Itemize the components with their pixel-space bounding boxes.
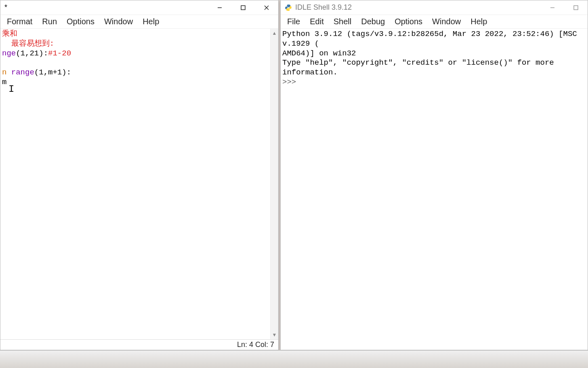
maximize-button[interactable]: [564, 0, 588, 15]
taskbar[interactable]: [0, 350, 588, 368]
editor-window: * Format Run Options Window Help 乘和 最容易想…: [0, 0, 279, 350]
shell-banner-line2: AMD64)] on win32: [282, 49, 356, 58]
svg-rect-1: [241, 6, 245, 10]
minimize-button[interactable]: [541, 0, 564, 15]
shell-banner-line3: Type "help", "copyright", "credits" or "…: [282, 58, 559, 77]
python-icon: [285, 4, 292, 11]
code-line-1: 乘和: [2, 30, 17, 38]
code-line-3a: nge: [2, 49, 16, 58]
minimize-icon: [550, 5, 555, 11]
editor-body: 乘和 最容易想到: nge(1,21):#1-20 n range(1,m+1)…: [0, 29, 278, 339]
code-line-3c: #1-20: [48, 49, 71, 58]
menu-options[interactable]: Options: [390, 15, 427, 28]
cursor-position: Ln: 4 Col: 7: [237, 341, 274, 349]
code-line-4c: (1,m+1):: [34, 68, 71, 77]
editor-scrollbar[interactable]: ▲ ▼: [270, 29, 278, 339]
shell-titlebar[interactable]: IDLE Shell 3.9.12: [281, 0, 588, 15]
menu-help[interactable]: Help: [138, 15, 164, 28]
minimize-button[interactable]: [208, 0, 231, 15]
code-line-5: m: [2, 78, 6, 87]
code-editor[interactable]: 乘和 最容易想到: nge(1,21):#1-20 n range(1,m+1)…: [0, 29, 270, 339]
shell-window-controls: [541, 0, 588, 15]
shell-window: IDLE Shell 3.9.12 File Edit Shell Debug …: [280, 0, 588, 350]
menu-run[interactable]: Run: [37, 15, 62, 28]
text-cursor-icon: I: [8, 83, 14, 95]
code-line-4b: range: [11, 68, 34, 77]
minimize-icon: [217, 5, 223, 11]
close-icon: [264, 5, 269, 11]
shell-banner-line1: Python 3.9.12 (tags/v3.9.12:b28265d, Mar…: [282, 30, 582, 48]
maximize-icon: [573, 5, 579, 11]
menu-options[interactable]: Options: [62, 15, 99, 28]
shell-output[interactable]: Python 3.9.12 (tags/v3.9.12:b28265d, Mar…: [281, 29, 588, 350]
editor-titlebar[interactable]: *: [0, 0, 278, 15]
menu-format[interactable]: Format: [2, 15, 37, 28]
shell-menubar: File Edit Shell Debug Options Window Hel…: [281, 15, 588, 29]
menu-window[interactable]: Window: [427, 15, 466, 28]
scroll-up-icon[interactable]: ▲: [272, 29, 277, 38]
menu-edit[interactable]: Edit: [305, 15, 328, 28]
menu-window[interactable]: Window: [99, 15, 138, 28]
code-line-4a: n: [2, 68, 11, 77]
editor-window-controls: [208, 0, 278, 15]
editor-statusbar: Ln: 4 Col: 7: [0, 339, 278, 350]
scroll-down-icon[interactable]: ▼: [272, 330, 277, 339]
shell-title: IDLE Shell 3.9.12: [295, 3, 541, 12]
editor-menubar: Format Run Options Window Help: [0, 15, 278, 29]
menu-shell[interactable]: Shell: [329, 15, 356, 28]
menu-file[interactable]: File: [282, 15, 305, 28]
code-line-3b: (1,21):: [16, 49, 48, 58]
maximize-icon: [240, 5, 246, 11]
svg-rect-5: [574, 6, 578, 10]
shell-prompt: >>>: [282, 78, 301, 87]
editor-title: *: [4, 3, 208, 12]
menu-help[interactable]: Help: [466, 15, 492, 28]
close-button[interactable]: [255, 0, 278, 15]
maximize-button[interactable]: [231, 0, 255, 15]
menu-debug[interactable]: Debug: [356, 15, 390, 28]
code-line-2: 最容易想到:: [2, 39, 54, 48]
